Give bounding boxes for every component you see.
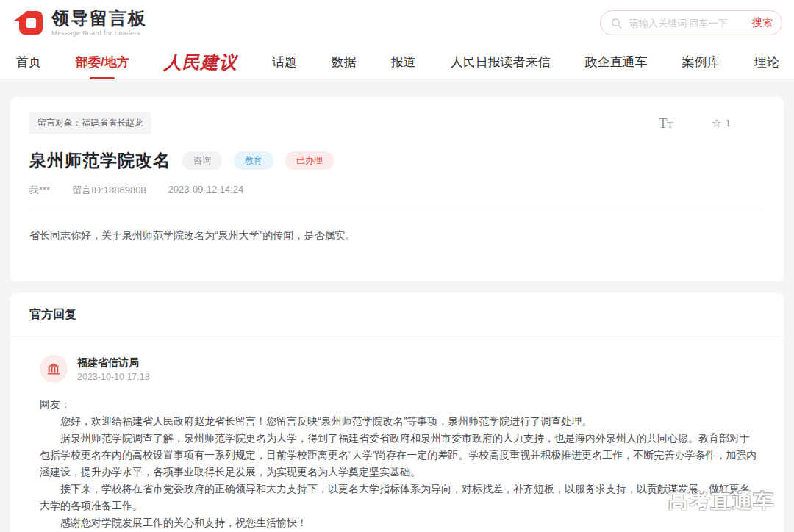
search-button[interactable]: 搜索 <box>752 16 773 29</box>
reply-paragraph: 感谢您对学院发展工作的关心和支持，祝您生活愉快！ <box>40 514 757 531</box>
nav-item[interactable]: 人民日报读者来信 <box>451 46 551 79</box>
font-size-icon[interactable]: Tt <box>659 115 673 132</box>
star-icon: ☆ <box>711 118 721 129</box>
message-tag: 咨询 <box>182 151 222 170</box>
nav-item[interactable]: 首页 <box>16 46 41 79</box>
site-logo[interactable]: 领导留言板 Message Board for Leaders <box>13 7 147 38</box>
search-input[interactable] <box>628 17 746 29</box>
message-id: 留言ID:18869808 <box>72 184 146 197</box>
reply-salutation: 网友： <box>40 396 757 413</box>
nav-item[interactable]: 案例库 <box>682 46 720 79</box>
message-body: 省长同志你好，关于泉州师范学院改名为“泉州大学”的传闻，是否属实。 <box>29 227 765 243</box>
reply-body: 网友： 您好，欢迎给福建省人民政府赵龙省长留言！您留言反映“泉州师范学院改名”等… <box>40 396 762 532</box>
nav-item[interactable]: 理论 <box>754 46 779 79</box>
star-count: 1 <box>726 118 731 129</box>
message-target-tag: 留言对象：福建省省长赵龙 <box>29 112 151 134</box>
reply-paragraph: 接下来，学校将在省市党委政府的正确领导和大力支持下，以更名大学指标体系为导向，对… <box>40 481 757 514</box>
search-box[interactable]: 搜索 <box>600 10 782 35</box>
nav-item[interactable]: 人民建议 <box>164 46 237 79</box>
reply-paragraph: 据泉州师范学院调查了解，泉州师范学院更名为大学，得到了福建省委省政府和泉州市委市… <box>40 430 757 481</box>
nav-item[interactable]: 部委/地方 <box>76 46 129 79</box>
reply-time: 2023-10-10 17:18 <box>77 372 150 382</box>
message-board-logo-icon <box>13 7 44 38</box>
site-title: 领导留言板 <box>51 10 147 27</box>
message-title: 泉州师范学院改名 <box>29 149 171 172</box>
nav-item[interactable]: 报道 <box>391 46 416 79</box>
message-tag: 教育 <box>234 151 273 170</box>
search-icon <box>611 18 622 29</box>
favorite-button[interactable]: ☆ 1 <box>711 118 731 129</box>
page-content: 留言对象：福建省省长赵龙 Tt ☆ 1 泉州师范学院改名 咨询 教育 已办理 <box>0 79 794 532</box>
nav-item[interactable]: 话题 <box>272 46 297 79</box>
main-nav: 首页 部委/地方 人民建议 话题 数据 报道 人民日报读者来信 政企直通车 案例… <box>0 46 794 79</box>
reply-paragraph: 您好，欢迎给福建省人民政府赵龙省长留言！您留言反映“泉州师范学院改名”等事项，泉… <box>40 413 757 430</box>
nav-item[interactable]: 政企直通车 <box>585 46 648 79</box>
nav-item[interactable]: 数据 <box>332 46 357 79</box>
message-time: 2023-09-12 14:24 <box>168 184 244 197</box>
message-meta: 我*** 留言ID:18869808 2023-09-12 14:24 <box>29 184 765 209</box>
reply-paragraphs: 您好，欢迎给福建省人民政府赵龙省长留言！您留言反映“泉州师范学院改名”等事项，泉… <box>40 413 757 531</box>
site-subtitle: Message Board for Leaders <box>51 30 147 37</box>
official-reply-heading: 官方回复 <box>10 293 784 337</box>
message-card: 留言对象：福建省省长赵龙 Tt ☆ 1 泉州师范学院改名 咨询 教育 已办理 <box>10 97 784 281</box>
message-author: 我*** <box>29 184 50 197</box>
message-tags: 咨询 教育 已办理 <box>182 151 334 170</box>
avatar <box>40 355 68 383</box>
government-building-icon <box>46 362 61 376</box>
watermark: 高考直通车 <box>668 488 775 514</box>
message-tag: 已办理 <box>285 151 334 170</box>
top-header: 领导留言板 Message Board for Leaders 搜索 <box>0 0 794 46</box>
reply-agency-name: 福建省信访局 <box>77 356 150 369</box>
